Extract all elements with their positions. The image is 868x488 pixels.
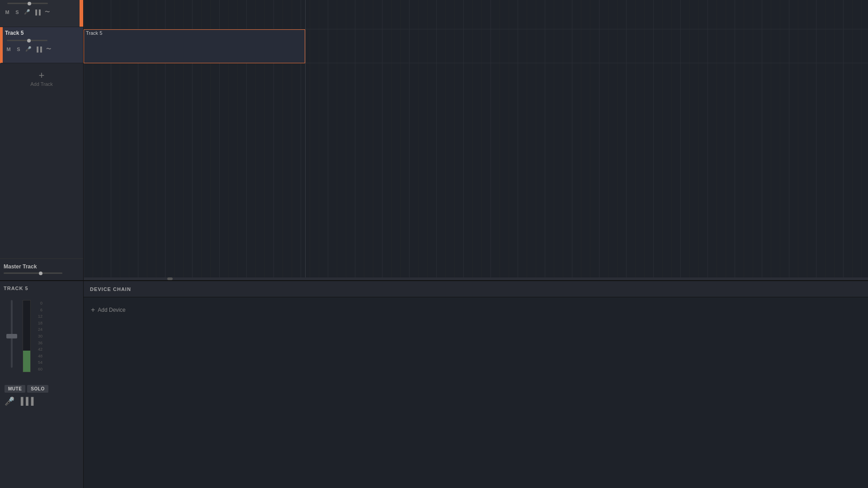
record-icon[interactable]: 🎤 bbox=[5, 396, 14, 406]
add-track-plus-icon: + bbox=[39, 70, 45, 80]
track4-controls: M S 🎤 ▐▐ 〜 bbox=[0, 7, 83, 18]
add-device-plus-icon: + bbox=[91, 306, 95, 314]
track4-wave-btn[interactable]: 〜 bbox=[43, 9, 51, 15]
track4-solo-btn[interactable]: S bbox=[14, 9, 21, 15]
scrollbar-handle[interactable] bbox=[167, 277, 173, 280]
track5-header: Track 5 bbox=[1, 27, 83, 37]
track5-record-btn[interactable]: 🎤 bbox=[25, 46, 32, 52]
vu-label-30: 30 bbox=[33, 334, 42, 338]
vu-label-48: 48 bbox=[33, 354, 42, 358]
track-item-track5[interactable]: Track 5 M S 🎤 ▐▐ 〜 bbox=[0, 27, 83, 63]
vu-label-18: 18 bbox=[33, 321, 42, 325]
mute-button[interactable]: MUTE bbox=[5, 385, 25, 393]
vu-meter-left bbox=[23, 300, 31, 372]
track5-name: Track 5 bbox=[5, 30, 24, 36]
clip-label: Track 5 bbox=[84, 29, 104, 37]
track4-orange-bar bbox=[80, 0, 83, 27]
timeline-vertical-divider bbox=[305, 0, 306, 280]
solo-button[interactable]: SOLO bbox=[27, 385, 48, 393]
device-chain-header: DEVICE CHAIN bbox=[84, 281, 868, 297]
track5-volume-row bbox=[1, 37, 83, 44]
track-list: M S 🎤 ▐▐ 〜 Track 5 bbox=[0, 0, 84, 280]
track5-mute-btn[interactable]: M bbox=[5, 47, 12, 52]
timeline-area[interactable]: Track 5 bbox=[84, 0, 868, 280]
vu-label-6: 6 bbox=[33, 308, 42, 312]
vu-label-60: 60 bbox=[33, 367, 42, 371]
add-track-button[interactable]: + Add Track bbox=[0, 65, 83, 92]
track5-volume-slider[interactable] bbox=[7, 40, 47, 41]
master-track-area: Master Track bbox=[0, 258, 83, 280]
track4-volume-row bbox=[0, 0, 83, 7]
master-track-label: Master Track bbox=[4, 263, 80, 270]
device-chain-label: DEVICE CHAIN bbox=[90, 286, 131, 292]
track5-clip[interactable]: Track 5 bbox=[84, 29, 305, 63]
track-item-track4[interactable]: M S 🎤 ▐▐ 〜 bbox=[0, 0, 83, 27]
device-chain-panel: DEVICE CHAIN + Add Device bbox=[84, 281, 868, 488]
add-device-label: Add Device bbox=[98, 307, 125, 313]
track5-bars-btn[interactable]: ▐▐ bbox=[35, 47, 42, 52]
vu-label-24: 24 bbox=[33, 327, 42, 332]
vu-bar-left bbox=[23, 351, 30, 372]
vu-scale: 0 6 12 18 24 30 36 42 48 54 60 bbox=[33, 300, 42, 372]
vu-label-36: 36 bbox=[33, 341, 42, 345]
bars-icon[interactable]: ▐▐▐ bbox=[18, 397, 33, 405]
device-chain-content: + Add Device bbox=[84, 297, 868, 323]
fader-thumb bbox=[6, 334, 17, 338]
track4-record-btn[interactable]: 🎤 bbox=[24, 9, 31, 15]
track4-bars-btn[interactable]: ▐▐ bbox=[33, 9, 41, 15]
bottom-icons-row: 🎤 ▐▐▐ bbox=[5, 396, 79, 406]
track5-controls: M S 🎤 ▐▐ 〜 bbox=[1, 44, 83, 55]
fader-track[interactable] bbox=[3, 300, 21, 381]
vu-label-0: 0 bbox=[33, 301, 42, 305]
vu-label-42: 42 bbox=[33, 347, 42, 352]
mixer-fader-area: 0 6 12 18 24 30 36 42 48 54 60 bbox=[3, 296, 80, 381]
track-mixer-label: TRACK 5 bbox=[3, 284, 80, 293]
fader-slider[interactable] bbox=[11, 300, 13, 368]
vu-label-54: 54 bbox=[33, 360, 42, 365]
app-container: M S 🎤 ▐▐ 〜 Track 5 bbox=[0, 0, 868, 488]
add-device-button[interactable]: + Add Device bbox=[91, 306, 126, 314]
track-mixer-panel: TRACK 5 0 6 12 bbox=[0, 281, 84, 488]
add-track-label: Add Track bbox=[30, 81, 53, 87]
vu-meter-group: 0 6 12 18 24 30 36 42 48 54 60 bbox=[23, 300, 42, 372]
timeline-resize-handle[interactable] bbox=[84, 277, 868, 280]
vu-label-12: 12 bbox=[33, 314, 42, 319]
track4-mute-btn[interactable]: M bbox=[4, 9, 11, 15]
track-lane-top bbox=[84, 0, 868, 29]
mute-solo-row: MUTE SOLO bbox=[5, 385, 79, 393]
track5-solo-btn[interactable]: S bbox=[15, 47, 22, 52]
track5-wave-btn[interactable]: 〜 bbox=[45, 46, 52, 52]
main-area: M S 🎤 ▐▐ 〜 Track 5 bbox=[0, 0, 868, 280]
master-volume-slider[interactable] bbox=[4, 272, 62, 274]
track4-volume-slider[interactable] bbox=[7, 3, 48, 4]
bottom-panel: TRACK 5 0 6 12 bbox=[0, 280, 868, 488]
